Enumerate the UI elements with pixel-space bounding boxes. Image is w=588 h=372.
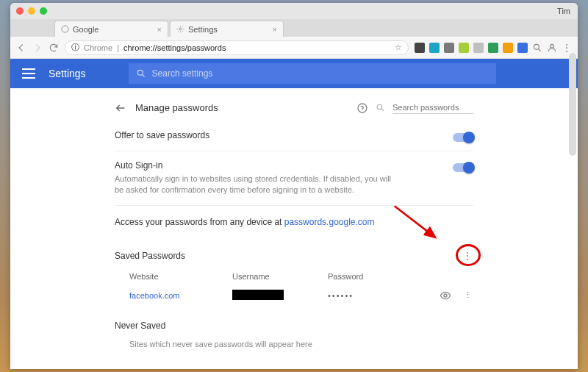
extension-icon[interactable] xyxy=(444,43,454,53)
search-icon[interactable] xyxy=(532,43,542,53)
search-icon xyxy=(376,103,385,112)
page-title: Manage passwords xyxy=(135,102,218,113)
gear-icon xyxy=(176,25,184,33)
page-body: Manage passwords Offer to save passwords xyxy=(10,88,578,369)
auto-signin-description: Automatically sign in to websites using … xyxy=(115,174,394,196)
site-link[interactable]: facebook.com xyxy=(129,291,179,300)
svg-point-5 xyxy=(358,104,367,112)
chrome-window: Tim Google × Settings × ⓘ Chrome | chrom… xyxy=(10,3,578,369)
extension-icon[interactable] xyxy=(415,43,425,53)
back-button[interactable] xyxy=(16,43,26,53)
tab-settings[interactable]: Settings × xyxy=(170,21,284,37)
never-saved-description: Sites which never save passwords will ap… xyxy=(115,337,473,363)
table-row: facebook.com •••••• ⋮ xyxy=(115,284,473,307)
password-masked: •••••• xyxy=(328,291,440,300)
forward-button[interactable] xyxy=(32,43,43,53)
column-password: Password xyxy=(328,272,473,281)
passwords-google-link[interactable]: passwords.google.com xyxy=(284,217,375,227)
close-tab-icon[interactable]: × xyxy=(273,25,277,34)
search-passwords-input[interactable] xyxy=(392,101,473,114)
reload-button[interactable] xyxy=(49,43,59,53)
saved-passwords-heading: Saved Passwords xyxy=(115,251,185,261)
passwords-card: Manage passwords Offer to save passwords xyxy=(115,99,473,369)
auto-signin-toggle[interactable] xyxy=(453,163,473,172)
svg-point-4 xyxy=(137,70,143,75)
url-path: chrome://settings/passwords xyxy=(123,43,226,52)
tab-label: Google xyxy=(73,25,98,34)
google-icon xyxy=(61,25,69,33)
svg-point-7 xyxy=(444,294,447,297)
saved-passwords-menu-button[interactable]: ⋮ xyxy=(462,250,473,262)
close-window-button[interactable] xyxy=(16,7,24,15)
access-passwords-text: Access your passwords from any device at… xyxy=(115,217,375,227)
offer-save-label: Offer to save passwords xyxy=(115,130,453,140)
search-icon xyxy=(136,68,146,79)
extension-icons: ⋮ xyxy=(415,43,572,53)
extension-icon[interactable] xyxy=(473,43,484,53)
extension-icon[interactable] xyxy=(517,43,528,53)
settings-title: Settings xyxy=(49,68,86,79)
profile-icon[interactable] xyxy=(547,43,557,53)
fullscreen-window-button[interactable] xyxy=(40,7,47,15)
extension-icon[interactable] xyxy=(503,43,513,53)
svg-point-0 xyxy=(62,26,68,32)
star-icon[interactable]: ☆ xyxy=(395,43,402,52)
titlebar: Tim xyxy=(10,3,578,19)
svg-point-6 xyxy=(377,104,382,110)
offer-save-toggle[interactable] xyxy=(453,133,473,142)
info-icon: ⓘ xyxy=(71,42,79,53)
mac-user-label: Tim xyxy=(557,7,570,15)
column-username: Username xyxy=(232,272,328,281)
help-icon[interactable] xyxy=(356,102,368,114)
address-bar[interactable]: ⓘ Chrome | chrome://settings/passwords ☆ xyxy=(65,40,409,55)
column-website: Website xyxy=(129,272,232,281)
minimize-window-button[interactable] xyxy=(28,7,35,15)
annotation-arrow xyxy=(387,203,453,247)
svg-point-2 xyxy=(534,44,539,49)
content: Settings Search settings Manage password… xyxy=(10,59,578,369)
username-redacted xyxy=(232,290,284,300)
settings-header: Settings Search settings xyxy=(10,59,578,88)
hamburger-icon[interactable] xyxy=(22,68,35,79)
search-settings-input[interactable]: Search settings xyxy=(129,63,496,84)
back-arrow-button[interactable] xyxy=(115,102,126,114)
svg-point-1 xyxy=(179,28,182,30)
auto-signin-label: Auto Sign-in xyxy=(115,160,453,171)
tab-google[interactable]: Google × xyxy=(54,21,168,37)
svg-point-3 xyxy=(551,44,554,48)
url-scheme: Chrome xyxy=(84,43,112,52)
never-saved-heading: Never Saved xyxy=(115,307,473,337)
row-menu-button[interactable]: ⋮ xyxy=(462,290,473,301)
window-controls xyxy=(16,7,47,15)
extension-icon[interactable] xyxy=(429,43,440,53)
scrollbar[interactable] xyxy=(569,59,576,156)
show-password-button[interactable] xyxy=(440,290,451,301)
password-table-header: Website Username Password xyxy=(115,268,473,284)
extension-icon[interactable] xyxy=(459,43,469,53)
menu-icon[interactable]: ⋮ xyxy=(562,43,572,53)
search-placeholder: Search settings xyxy=(152,68,213,79)
tab-label: Settings xyxy=(188,25,218,34)
extension-icon[interactable] xyxy=(488,43,498,53)
toolbar: ⓘ Chrome | chrome://settings/passwords ☆… xyxy=(10,37,578,59)
tabstrip: Google × Settings × xyxy=(10,19,578,37)
annotation-circle xyxy=(456,244,481,266)
close-tab-icon[interactable]: × xyxy=(157,25,162,34)
